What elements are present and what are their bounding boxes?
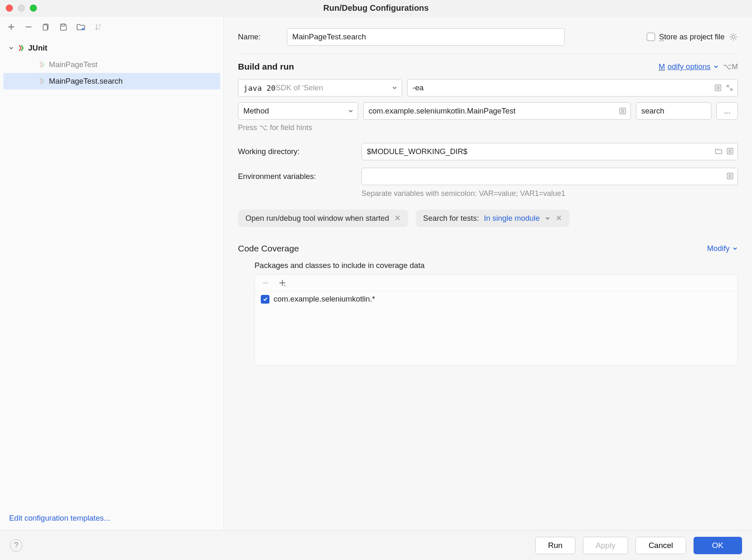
- coverage-item[interactable]: com.example.seleniumkotlin.*: [255, 291, 737, 307]
- modify-shortcut: ⌥M: [723, 62, 738, 71]
- list-icon: [714, 84, 722, 92]
- add-icon[interactable]: [278, 279, 286, 287]
- chevron-down-icon: [348, 108, 354, 114]
- env-vars-input[interactable]: [361, 168, 738, 185]
- store-label: SStore as project filetore as project fi…: [659, 32, 725, 41]
- junit-icon: [17, 43, 26, 53]
- test-method-input[interactable]: [636, 102, 711, 120]
- build-run-title: Build and run: [238, 62, 294, 72]
- env-vars-helper: Separate variables with semicolon: VAR=v…: [361, 189, 738, 198]
- coverage-subtitle: Packages and classes to include in cover…: [255, 261, 738, 270]
- run-button[interactable]: Run: [535, 537, 575, 554]
- coverage-list: com.example.seleniumkotlin.*: [255, 274, 738, 365]
- test-kind-select[interactable]: Method: [238, 102, 358, 120]
- chevron-down-icon: [8, 45, 14, 51]
- folder-add-icon[interactable]: [76, 22, 85, 31]
- titlebar: Run/Debug Configurations: [0, 0, 752, 17]
- tree-root-label: JUnit: [28, 43, 47, 53]
- tree-item-mainpagetest-search[interactable]: MainPageTest.search: [3, 73, 220, 89]
- sort-icon[interactable]: az: [94, 22, 103, 31]
- test-class-input[interactable]: com.example.seleniumkotlin.MainPageTest: [363, 102, 631, 120]
- config-tree: JUnit MainPageTest MainPageTest.search: [0, 37, 223, 506]
- chevron-down-icon: [392, 85, 398, 91]
- copy-icon[interactable]: [41, 22, 51, 31]
- close-icon[interactable]: ✕: [556, 214, 562, 223]
- svg-text:z: z: [99, 26, 101, 30]
- list-icon[interactable]: [726, 172, 734, 180]
- gear-icon[interactable]: [729, 32, 738, 41]
- list-icon: [619, 107, 626, 115]
- name-label: Name:: [238, 32, 279, 41]
- save-icon[interactable]: [59, 22, 68, 31]
- sidebar: az JUnit MainPageTest MainPageTest.searc…: [0, 17, 224, 530]
- apply-button[interactable]: Apply: [583, 537, 628, 554]
- list-icon: [726, 147, 734, 155]
- name-input[interactable]: [287, 28, 565, 46]
- svg-rect-1: [43, 25, 47, 30]
- remove-icon[interactable]: [262, 279, 269, 287]
- tree-root-junit[interactable]: JUnit: [0, 40, 223, 56]
- field-hint: Press ⌥ for field hints: [238, 123, 738, 132]
- option-tag-search-tests[interactable]: Search for tests: In single module ✕: [416, 210, 570, 227]
- working-dir-label: Working directory:: [238, 147, 354, 156]
- coverage-title: Code Coverage: [238, 244, 299, 253]
- expand-icon: [726, 84, 733, 92]
- tree-item-label: MainPageTest.search: [49, 77, 123, 86]
- modify-options-link[interactable]: Modify options: [659, 62, 719, 71]
- browse-button[interactable]: ...: [716, 102, 738, 120]
- folder-icon: [715, 147, 722, 155]
- env-vars-label: Environment variables:: [238, 172, 354, 181]
- sdk-select[interactable]: java 20 SDK of 'Selen: [238, 79, 402, 97]
- junit-icon: [37, 77, 46, 86]
- vm-options-input[interactable]: -ea: [407, 79, 738, 97]
- checkbox-checked-icon[interactable]: [261, 295, 269, 304]
- dialog-footer: ? Run Apply Cancel OK: [0, 530, 752, 560]
- field-actions: [714, 84, 733, 92]
- close-icon[interactable]: ✕: [394, 214, 401, 223]
- chevron-down-icon: [545, 215, 551, 221]
- window-title: Run/Debug Configurations: [0, 3, 752, 13]
- add-icon[interactable]: [7, 22, 16, 31]
- coverage-modify-link[interactable]: Modify: [707, 244, 738, 253]
- svg-point-5: [732, 36, 735, 39]
- option-tag-open-tool-window[interactable]: Open run/debug tool window when started …: [238, 210, 408, 227]
- sidebar-toolbar: az: [0, 17, 223, 37]
- tree-item-mainpagetest[interactable]: MainPageTest: [0, 56, 223, 73]
- tree-item-label: MainPageTest: [49, 60, 97, 69]
- coverage-item-label: com.example.seleniumkotlin.*: [274, 294, 375, 304]
- help-icon[interactable]: ?: [10, 539, 22, 552]
- junit-icon: [37, 60, 46, 69]
- working-dir-input[interactable]: [361, 143, 738, 160]
- cancel-button[interactable]: Cancel: [636, 537, 686, 554]
- store-checkbox[interactable]: [647, 33, 655, 41]
- edit-templates-link[interactable]: Edit configuration templates...: [9, 514, 110, 522]
- content-panel: Name: SStore as project filetore as proj…: [224, 17, 752, 530]
- remove-icon[interactable]: [24, 22, 33, 31]
- ok-button[interactable]: OK: [694, 537, 742, 554]
